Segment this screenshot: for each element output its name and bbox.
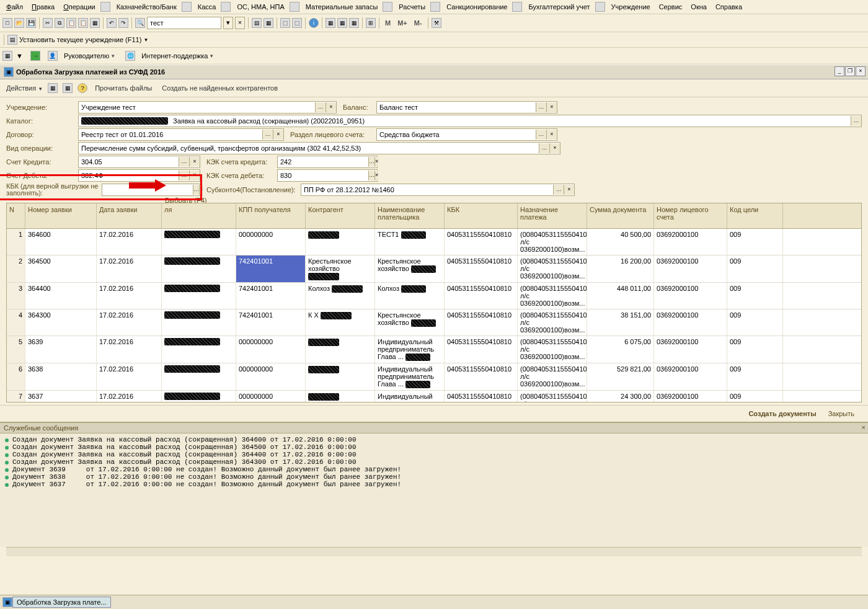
sub4-input[interactable]: …× bbox=[301, 184, 575, 196]
create-contragents-button[interactable]: Создать не найденных контрагентов bbox=[159, 83, 280, 93]
table-cell: 03692000100 bbox=[654, 336, 727, 363]
table-cell: 40 500,00 bbox=[587, 229, 654, 255]
search-clear[interactable]: × bbox=[235, 17, 245, 29]
org-dropdown[interactable]: ▼ bbox=[143, 37, 148, 43]
paste-icon[interactable]: 📋 bbox=[66, 18, 76, 28]
table-row[interactable]: 7363717.02.2016000000000Индивидуальный п… bbox=[7, 391, 861, 402]
mplus-button[interactable]: M+ bbox=[395, 18, 410, 28]
task-icon[interactable]: ▦ bbox=[2, 51, 12, 61]
tool2-icon[interactable]: ⬚ bbox=[292, 18, 302, 28]
m-button[interactable]: M bbox=[383, 18, 393, 28]
manager-dropdown[interactable]: Руководителю▼ bbox=[61, 51, 118, 60]
table-cell: 529 821,00 bbox=[587, 363, 654, 390]
cut-icon[interactable]: ✂ bbox=[43, 18, 53, 28]
table-row[interactable]: 136460017.02.2016000000000ТЕСТ1 04053115… bbox=[7, 229, 861, 256]
actions-dropdown[interactable]: Действия ▼ bbox=[4, 83, 45, 93]
win2-icon[interactable]: ▦ bbox=[337, 18, 347, 28]
redo-icon[interactable]: ↷ bbox=[118, 18, 128, 28]
save-icon[interactable]: 💾 bbox=[26, 18, 36, 28]
menu-казначейство/банк[interactable]: Казначейство/Банк bbox=[113, 2, 180, 11]
refresh-icon[interactable]: ▦ bbox=[48, 83, 58, 93]
menu-ос, нма, нпа[interactable]: ОС, НМА, НПА bbox=[233, 2, 288, 11]
proc-icon[interactable]: ▦ bbox=[63, 83, 73, 93]
messages-close-icon[interactable]: × bbox=[862, 424, 866, 431]
table-cell: 009 bbox=[727, 363, 783, 390]
contract-input[interactable]: …× bbox=[78, 128, 284, 141]
doc-icon[interactable]: ▦ bbox=[90, 18, 100, 28]
globe-icon[interactable]: 🌐 bbox=[125, 51, 135, 61]
menu-icon bbox=[383, 2, 392, 12]
table-cell: 3639 bbox=[25, 336, 97, 363]
org-input[interactable]: …× bbox=[78, 101, 337, 113]
search-input[interactable] bbox=[147, 17, 221, 29]
win3-icon[interactable]: ▦ bbox=[349, 18, 359, 28]
table-row[interactable]: 336440017.02.2016742401001Колхоз Колхоз … bbox=[7, 283, 861, 309]
search-dropdown[interactable]: ▾ bbox=[223, 17, 233, 29]
credit-input[interactable]: …× bbox=[78, 156, 200, 168]
menu-сервис[interactable]: Сервис bbox=[655, 2, 686, 11]
menu-справка[interactable]: Справка bbox=[712, 2, 746, 11]
create-documents-button[interactable]: Создать документы bbox=[743, 408, 821, 419]
copy-icon[interactable]: ⧉ bbox=[55, 18, 64, 28]
close-button[interactable]: × bbox=[856, 66, 866, 76]
win1-icon[interactable]: ▦ bbox=[326, 18, 335, 28]
table-cell: 1 bbox=[7, 229, 25, 255]
mminus-button[interactable]: M- bbox=[412, 18, 425, 28]
menu-правка[interactable]: Правка bbox=[28, 2, 58, 11]
catalog-input[interactable]: … bbox=[78, 115, 862, 127]
read-files-button[interactable]: Прочитать файлы bbox=[92, 83, 154, 93]
payments-grid[interactable]: N Номер заявки Дата заявки ля КПП получа… bbox=[6, 203, 862, 402]
tree-icon[interactable]: ⊞ bbox=[366, 18, 376, 28]
debit-label: Счет Дебета: bbox=[6, 172, 76, 179]
menu-операции[interactable]: Операции bbox=[60, 2, 99, 11]
taskbar-tab[interactable]: Обработка Загрузка плате... bbox=[12, 597, 111, 608]
arrow-annotation bbox=[129, 179, 166, 192]
table-cell bbox=[162, 363, 236, 390]
table-cell: 009 bbox=[727, 336, 783, 363]
debit-kek-input[interactable]: …× bbox=[277, 169, 378, 182]
menu-файл[interactable]: Файл bbox=[2, 2, 27, 11]
table-row[interactable]: 236450017.02.2016742401001Крестьянское х… bbox=[7, 256, 861, 283]
help-icon[interactable]: i bbox=[309, 18, 319, 28]
credit-kek-input[interactable]: …× bbox=[277, 156, 378, 168]
menu-материальные запасы[interactable]: Материальные запасы bbox=[302, 2, 382, 11]
paste2-icon[interactable]: 📋 bbox=[78, 18, 88, 28]
set-org-label[interactable]: Установить текущее учреждение (F11) bbox=[19, 36, 141, 43]
cal-icon[interactable]: ▦ bbox=[264, 18, 273, 28]
maximize-button[interactable]: ❐ bbox=[845, 66, 855, 76]
close-form-button[interactable]: Закрыть bbox=[823, 408, 859, 419]
support-dropdown[interactable]: Интернет-поддержка▼ bbox=[139, 51, 216, 60]
tool1-icon[interactable]: ⬚ bbox=[280, 18, 290, 28]
menu-icon bbox=[430, 2, 440, 12]
undo-icon[interactable]: ↶ bbox=[107, 18, 117, 28]
org-icon[interactable]: ▤ bbox=[7, 35, 17, 45]
person-icon[interactable]: 👤 bbox=[48, 51, 58, 61]
menu-санкционирование[interactable]: Санкционирование bbox=[443, 2, 511, 11]
table-row[interactable]: 436430017.02.2016742401001К Х Крестьянск… bbox=[7, 309, 861, 336]
menu-бухгалтерский учет[interactable]: Бухгалтерский учет bbox=[525, 2, 593, 11]
acct-section-input[interactable]: …× bbox=[376, 128, 557, 141]
search-icon[interactable]: 🔍 bbox=[135, 18, 145, 28]
menu-окна[interactable]: Окна bbox=[687, 2, 711, 11]
menu-расчеты[interactable]: Расчеты bbox=[395, 2, 429, 11]
menu-учреждение[interactable]: Учреждение bbox=[608, 2, 654, 11]
credit-label: Счет Кредита: bbox=[6, 158, 76, 166]
op-type-input[interactable]: …× bbox=[78, 142, 560, 154]
document-titlebar: ▣ Обработка Загрузка платежей из СУФД 20… bbox=[0, 64, 868, 79]
open-icon[interactable]: 📂 bbox=[14, 18, 24, 28]
ext-icon[interactable]: ⚒ bbox=[432, 18, 441, 28]
table-cell: 6 bbox=[7, 363, 25, 390]
minimize-button[interactable]: _ bbox=[835, 66, 844, 76]
go-icon[interactable]: → bbox=[30, 51, 40, 61]
table-row[interactable]: 6363817.02.2016000000000Индивидуальный п… bbox=[7, 363, 861, 391]
table-cell bbox=[306, 336, 375, 363]
q-icon[interactable]: ? bbox=[78, 83, 87, 93]
calc-icon[interactable]: ▤ bbox=[252, 18, 262, 28]
new-icon[interactable]: □ bbox=[2, 18, 12, 28]
table-cell: 5 bbox=[7, 336, 25, 363]
table-row[interactable]: 5363917.02.2016000000000Индивидуальный п… bbox=[7, 336, 861, 363]
balance-input[interactable]: …× bbox=[376, 101, 557, 113]
messages-body[interactable]: Создан документ Заявка на кассовый расхо… bbox=[0, 433, 868, 547]
menu-касса[interactable]: Касса bbox=[194, 2, 220, 11]
horizontal-scrollbar[interactable] bbox=[6, 547, 862, 556]
